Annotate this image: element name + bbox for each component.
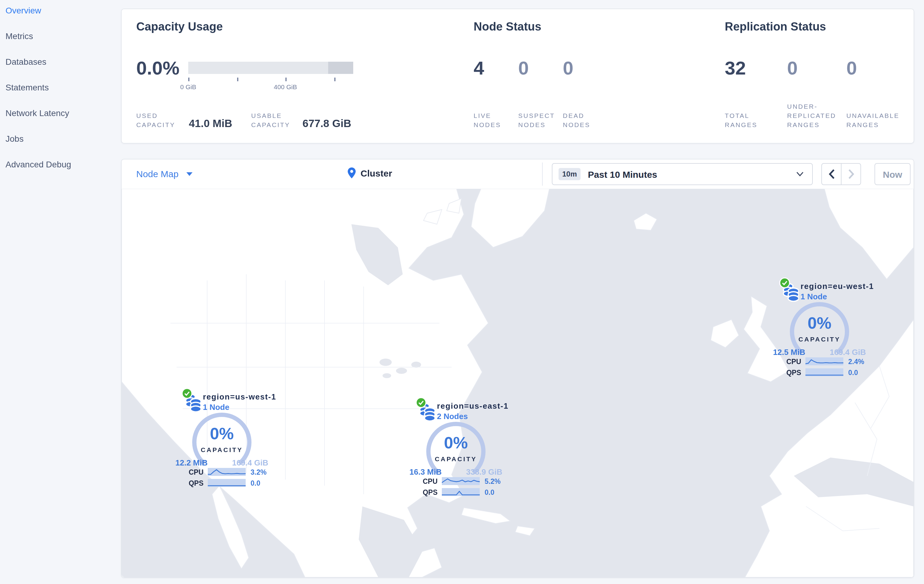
node-map[interactable]: region=us-west-1 1 Node 0% CAPACITY 12.2… — [122, 189, 914, 577]
axis-tick — [237, 77, 238, 81]
qps-value: 0.0 — [848, 368, 858, 376]
qps-sparkline — [442, 488, 480, 496]
sidebar-item-databases[interactable]: Databases — [5, 57, 121, 67]
capacity-usage-title: Capacity Usage — [136, 20, 223, 34]
time-step-forward-button[interactable] — [842, 164, 860, 184]
region-name: region=us-east-1 — [437, 401, 508, 411]
axis-tick-label-0: 0 GiB — [180, 83, 196, 90]
view-mode-label: Node Map — [136, 169, 178, 179]
cpu-value: 2.4% — [848, 358, 864, 365]
sidebar-item-network-latency[interactable]: Network Latency — [5, 108, 121, 118]
map-pin-icon — [348, 168, 356, 178]
qps-sparkline — [208, 479, 246, 487]
region-used-capacity: 16.3 MiB — [409, 467, 442, 477]
healthy-check-icon — [416, 397, 427, 408]
qps-label: QPS — [422, 489, 437, 496]
node-status-title: Node Status — [474, 20, 541, 34]
sidebar-item-advanced-debug[interactable]: Advanced Debug — [5, 160, 121, 169]
now-button[interactable]: Now — [874, 163, 911, 185]
cpu-label: CPU — [422, 477, 437, 485]
usable-capacity-label: USABLE CAPACITY — [251, 111, 300, 130]
used-capacity-value: 41.0 MiB — [189, 118, 232, 129]
region-name: region=eu-west-1 — [800, 281, 874, 291]
sidebar-item-overview[interactable]: Overview — [5, 5, 121, 15]
dead-nodes-label: DEAD NODES — [563, 111, 599, 130]
replication-status-title: Replication Status — [725, 20, 826, 34]
sidebar-item-statements[interactable]: Statements — [5, 82, 121, 92]
live-nodes-label: LIVE NODES — [474, 111, 510, 130]
region-capacity-percent: 0% — [184, 425, 260, 442]
world-map — [122, 189, 914, 577]
under-replicated-label: UNDER-REPLICATED RANGES — [787, 102, 843, 130]
total-ranges-label: TOTAL RANGES — [725, 111, 763, 130]
cpu-sparkline — [208, 468, 246, 476]
region-capacity-caption: CAPACITY — [782, 336, 857, 343]
dead-nodes-count: 0 — [563, 58, 574, 79]
chevron-left-icon — [828, 169, 835, 179]
page: Overview Metrics Databases Statements Ne… — [0, 0, 924, 584]
used-capacity-label: USED CAPACITY — [136, 111, 185, 130]
total-ranges-count: 32 — [725, 58, 746, 79]
axis-tick-label-400: 400 GiB — [274, 83, 297, 90]
healthy-check-icon — [779, 277, 790, 288]
region-total-capacity: 338.9 GiB — [466, 467, 502, 477]
axis-tick — [285, 77, 286, 81]
cpu-value: 3.2% — [251, 468, 266, 475]
time-range-dropdown[interactable]: 10m Past 10 Minutes — [552, 163, 813, 185]
qps-label: QPS — [785, 368, 801, 376]
time-step-back-button[interactable] — [822, 164, 842, 184]
suspect-nodes-label: SUSPECT NODES — [518, 111, 556, 130]
unavailable-ranges-count: 0 — [846, 58, 857, 79]
region-capacity-caption: CAPACITY — [184, 446, 260, 453]
region-used-capacity: 12.2 MiB — [175, 458, 208, 467]
time-range-label: Past 10 Minutes — [588, 169, 657, 179]
live-nodes-count: 4 — [474, 58, 484, 79]
suspect-nodes-count: 0 — [518, 58, 529, 79]
cluster-summary-panel: Capacity Usage 0.0% 0 GiB 400 GiB USED C… — [121, 8, 914, 143]
node-map-panel: Node Map Cluster 10m Past 10 Minutes — [121, 159, 914, 578]
axis-tick — [334, 77, 335, 81]
map-toolbar: Node Map Cluster 10m Past 10 Minutes — [122, 160, 914, 189]
axis-tick — [188, 77, 189, 81]
time-stepper — [821, 163, 861, 185]
region-capacity-percent: 0% — [418, 434, 494, 451]
qps-label: QPS — [188, 479, 203, 487]
region-used-capacity: 12.5 MiB — [773, 347, 805, 357]
sidebar-item-metrics[interactable]: Metrics — [5, 31, 121, 41]
breadcrumb[interactable]: Cluster — [348, 168, 392, 178]
cpu-value: 5.2% — [485, 477, 500, 485]
usable-capacity-value: 677.8 GiB — [302, 118, 351, 129]
region-total-capacity: 169.4 GiB — [830, 347, 866, 357]
qps-value: 0.0 — [485, 489, 494, 496]
under-replicated-count: 0 — [787, 58, 798, 79]
chevron-down-icon — [796, 172, 804, 176]
unavailable-ranges-label: UNAVAILABLE RANGES — [846, 111, 906, 130]
capacity-used-percent: 0.0% — [136, 58, 179, 79]
chevron-right-icon — [848, 169, 854, 179]
qps-sparkline — [805, 368, 843, 376]
toolbar-divider — [542, 163, 543, 186]
breadcrumb-label: Cluster — [361, 168, 392, 178]
cpu-sparkline — [442, 477, 480, 485]
time-range-badge: 10m — [559, 168, 581, 180]
cpu-sparkline — [805, 357, 843, 365]
cpu-label: CPU — [785, 358, 801, 365]
qps-value: 0.0 — [251, 479, 260, 487]
region-name: region=us-west-1 — [203, 392, 276, 401]
healthy-check-icon — [182, 388, 193, 399]
cpu-label: CPU — [188, 468, 203, 475]
sidebar-item-jobs[interactable]: Jobs — [5, 134, 121, 143]
view-mode-dropdown[interactable]: Node Map — [136, 169, 193, 179]
region-capacity-percent: 0% — [782, 314, 857, 332]
chevron-down-icon — [186, 172, 193, 176]
region-capacity-caption: CAPACITY — [418, 455, 494, 462]
capacity-bar — [188, 62, 353, 74]
sidebar: Overview Metrics Databases Statements Ne… — [0, 0, 121, 584]
region-total-capacity: 169.4 GiB — [232, 458, 268, 467]
capacity-bar-reserved-segment — [328, 62, 353, 74]
